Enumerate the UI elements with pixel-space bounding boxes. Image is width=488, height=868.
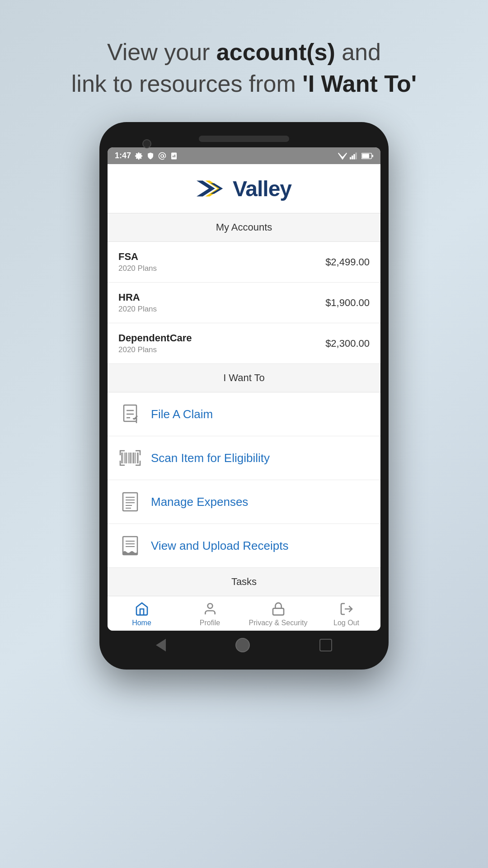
action-view-receipts[interactable]: View and Upload Receipts <box>108 524 380 568</box>
nav-logout[interactable]: Log Out <box>312 601 380 627</box>
account-hra[interactable]: HRA 2020 Plans $1,900.00 <box>108 283 380 323</box>
expenses-icon <box>118 490 142 514</box>
bottom-nav: Home Profile Privacy & <box>108 596 380 631</box>
lock-icon <box>270 601 286 617</box>
recents-button[interactable] <box>319 639 332 651</box>
wifi-icon <box>338 152 347 160</box>
at-icon <box>158 152 166 160</box>
svg-rect-7 <box>356 152 357 159</box>
profile-icon <box>202 601 218 617</box>
phone-screen: 1:47 <box>108 147 380 631</box>
account-dependentcare[interactable]: DependentCare 2020 Plans $2,300.00 <box>108 323 380 364</box>
phone-home-bar <box>108 631 380 656</box>
action-scan-label: Scan Item for Eligibility <box>151 451 270 465</box>
valley-logo-text: Valley <box>233 176 291 201</box>
svg-rect-1 <box>171 152 177 159</box>
status-bar: 1:47 <box>108 147 380 164</box>
action-manage-expenses[interactable]: Manage Expenses <box>108 480 380 524</box>
action-scan-item[interactable]: Scan Item for Eligibility <box>108 436 380 480</box>
home-icon <box>134 601 150 617</box>
iwantto-header: I Want To <box>108 364 380 392</box>
account-dependentcare-info: DependentCare 2020 Plans <box>118 332 192 354</box>
nav-home[interactable]: Home <box>108 601 176 627</box>
tasks-section-peek: Tasks <box>108 568 380 596</box>
svg-rect-39 <box>273 609 284 615</box>
action-file-claim[interactable]: File A Claim <box>108 392 380 436</box>
action-receipts-label: View and Upload Receipts <box>151 539 288 553</box>
action-manage-expenses-label: Manage Expenses <box>151 495 248 509</box>
back-button[interactable] <box>156 639 166 651</box>
svg-rect-2 <box>173 156 174 157</box>
logout-icon <box>338 601 355 617</box>
status-right <box>338 152 373 160</box>
shield-icon <box>146 152 155 160</box>
signal-icon <box>350 152 359 160</box>
phone-device: 1:47 <box>99 122 389 670</box>
status-time: 1:47 <box>115 151 131 160</box>
nav-privacy-label: Privacy & Security <box>249 619 308 627</box>
nav-home-label: Home <box>132 619 151 627</box>
receipts-icon <box>118 534 142 557</box>
status-left: 1:47 <box>115 151 178 160</box>
nav-privacy-security[interactable]: Privacy & Security <box>244 601 312 627</box>
svg-rect-3 <box>174 155 175 157</box>
account-hra-plan: 2020 Plans <box>118 305 157 314</box>
account-dependentcare-amount: $2,300.00 <box>325 338 370 349</box>
nav-profile-label: Profile <box>200 619 220 627</box>
account-dependentcare-name: DependentCare <box>118 332 192 344</box>
nav-profile[interactable]: Profile <box>176 601 244 627</box>
my-accounts-header: My Accounts <box>108 213 380 242</box>
scan-icon <box>118 446 142 470</box>
home-button[interactable] <box>235 638 250 652</box>
action-file-claim-label: File A Claim <box>151 407 213 421</box>
account-dependentcare-plan: 2020 Plans <box>118 345 192 354</box>
account-hra-amount: $1,900.00 <box>325 297 370 309</box>
account-hra-info: HRA 2020 Plans <box>118 292 157 314</box>
phone-speaker <box>199 136 289 142</box>
svg-rect-4 <box>350 157 351 159</box>
nav-logout-label: Log Out <box>333 619 359 627</box>
svg-point-0 <box>161 155 164 157</box>
svg-point-38 <box>207 604 212 609</box>
logo-container: Valley <box>197 175 291 202</box>
account-fsa-name: FSA <box>118 251 157 263</box>
svg-rect-9 <box>362 154 369 158</box>
battery-icon <box>361 153 373 159</box>
account-fsa[interactable]: FSA 2020 Plans $2,499.00 <box>108 242 380 283</box>
file-claim-icon <box>118 402 142 426</box>
account-hra-name: HRA <box>118 292 157 303</box>
svg-rect-5 <box>352 156 353 159</box>
sim-icon <box>170 152 178 160</box>
app-header: Valley <box>108 164 380 213</box>
settings-icon <box>135 152 143 160</box>
account-fsa-plan: 2020 Plans <box>118 264 157 273</box>
svg-rect-10 <box>372 155 373 157</box>
account-fsa-amount: $2,499.00 <box>325 256 370 268</box>
account-fsa-info: FSA 2020 Plans <box>118 251 157 273</box>
svg-rect-6 <box>353 154 355 160</box>
valley-logo-icon <box>197 175 227 202</box>
instruction-text: View your account(s) and link to resourc… <box>44 0 444 122</box>
